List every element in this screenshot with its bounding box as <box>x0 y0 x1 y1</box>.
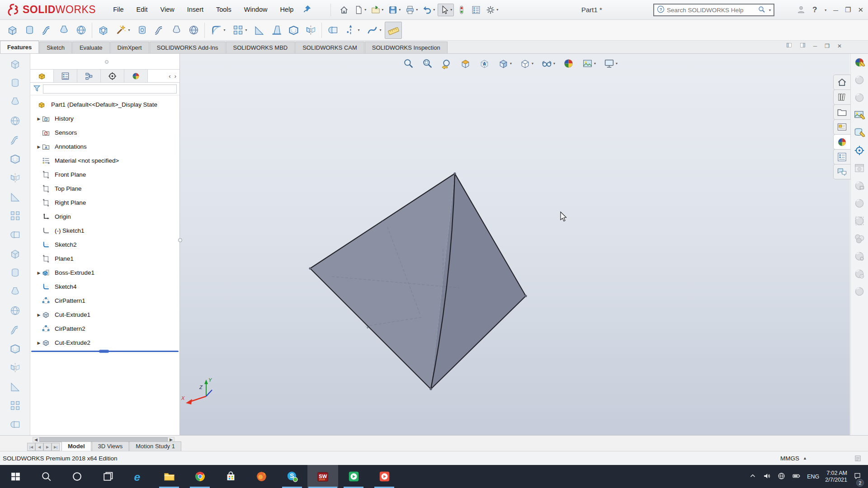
rollback-bar[interactable] <box>31 351 179 352</box>
linear-pattern-dropdown-icon[interactable]: ▾ <box>245 28 247 32</box>
taskbar-task-view-button[interactable] <box>92 465 123 488</box>
taskbar-camtasia-recorder-button[interactable] <box>338 465 369 488</box>
side-tool-6-button[interactable] <box>7 151 23 166</box>
print-button[interactable]: ▾ <box>403 4 420 16</box>
tree-item-sensors[interactable]: Sensors <box>30 126 179 140</box>
new-document-dropdown-icon[interactable]: ▾ <box>364 8 366 12</box>
right-panel-icon-14[interactable] <box>852 284 867 299</box>
right-panel-icon-6[interactable] <box>852 143 867 158</box>
open-dropdown-icon[interactable]: ▾ <box>382 8 383 12</box>
search-dropdown-icon[interactable]: ▾ <box>769 8 771 12</box>
tab-features[interactable]: Features <box>0 41 39 53</box>
panel-splitter-handle[interactable] <box>178 238 182 242</box>
panel-collapse-handle[interactable] <box>105 60 108 64</box>
instant3d-button[interactable] <box>385 22 402 39</box>
tab-prev-icon[interactable]: ◀ <box>35 443 43 451</box>
dimxpertmanager-tab[interactable] <box>101 70 124 82</box>
help-search-box[interactable]: ? ▾ <box>653 4 774 16</box>
doc-minimize-icon[interactable]: ─ <box>813 43 817 49</box>
expand-arrow-icon[interactable]: ▶ <box>36 117 42 121</box>
pin-menu-icon[interactable] <box>302 5 311 15</box>
search-icon[interactable] <box>758 5 766 15</box>
right-panel-icon-12[interactable] <box>852 249 867 263</box>
tree-item-sketch4[interactable]: Sketch4 <box>30 280 179 294</box>
draft-button[interactable] <box>268 22 285 39</box>
lofted-boss-button[interactable] <box>55 22 72 39</box>
swept-boss-button[interactable] <box>38 22 55 39</box>
menu-file[interactable]: File <box>107 0 130 19</box>
side-tool-18-button[interactable] <box>7 379 23 394</box>
rib-button[interactable] <box>250 22 268 39</box>
side-tool-12-button[interactable] <box>7 265 23 280</box>
linear-pattern-button[interactable]: ▾ <box>229 22 250 39</box>
open-button[interactable]: ▾ <box>369 4 385 16</box>
tab-solidworks-add-ins[interactable]: SOLIDWORKS Add-Ins <box>150 42 226 53</box>
expand-arrow-icon[interactable]: ▶ <box>36 341 42 345</box>
view-settings-dropdown-icon[interactable]: ▾ <box>616 61 618 66</box>
pane-left-icon[interactable] <box>786 42 792 49</box>
taskbar-microsoft-store-button[interactable] <box>215 465 246 488</box>
model-canvas[interactable]: Y Z X <box>180 54 850 435</box>
right-panel-icon-9[interactable] <box>852 196 867 211</box>
taskbar-file-explorer-button[interactable] <box>154 465 184 488</box>
side-tool-14-button[interactable] <box>7 303 23 318</box>
fillet-dropdown-icon[interactable]: ▾ <box>223 28 225 32</box>
design-library-tab[interactable] <box>833 89 850 105</box>
side-tool-3-button[interactable] <box>7 94 23 109</box>
status-note-icon[interactable] <box>854 455 861 463</box>
hole-wizard-dropdown-icon[interactable]: ▾ <box>128 28 130 32</box>
tab-dimxpert[interactable]: DimXpert <box>110 42 149 53</box>
fillet-button[interactable]: ▾ <box>207 22 229 39</box>
select-button[interactable]: ▾ <box>438 4 454 16</box>
right-panel-icon-7[interactable] <box>852 161 867 175</box>
shell-button[interactable] <box>285 22 302 39</box>
side-tool-4-button[interactable] <box>7 113 23 128</box>
tree-item-boss-extrude1[interactable]: ▶Boss-Extrude1 <box>30 266 179 280</box>
intersect-button[interactable] <box>324 22 341 39</box>
displaymanager-tab[interactable] <box>124 70 148 82</box>
taskbar-skype-button[interactable]: S <box>277 465 307 488</box>
manager-tabs-right-icon[interactable]: › <box>173 73 178 80</box>
extruded-boss-button[interactable] <box>4 22 21 39</box>
side-tool-20-button[interactable] <box>7 417 23 432</box>
tree-item-cut-extrude2[interactable]: ▶Cut-Extrude2 <box>30 336 179 350</box>
tree-item--sketch1[interactable]: (-) Sketch1 <box>30 224 179 238</box>
file-explorer-pane-tab[interactable] <box>833 104 850 120</box>
taskbar-firefox-button[interactable] <box>246 465 277 488</box>
solidworks-forum-tab[interactable] <box>833 164 850 179</box>
tree-item-history[interactable]: ▶History <box>30 112 179 126</box>
taskbar-edge-button[interactable]: e <box>123 465 154 488</box>
menu-insert[interactable]: Insert <box>181 0 210 19</box>
pane-right-icon[interactable] <box>800 42 806 49</box>
display-options-button[interactable] <box>469 4 483 16</box>
appearances-scenes-tab[interactable] <box>833 134 850 150</box>
zoom-to-area-button[interactable] <box>420 56 435 71</box>
apply-scene-dropdown-icon[interactable]: ▾ <box>594 61 596 66</box>
tree-item-top-plane[interactable]: Top Plane <box>30 182 179 196</box>
revolved-boss-button[interactable] <box>21 22 38 39</box>
solidworks-resources-tab[interactable] <box>833 75 850 90</box>
view-settings-button[interactable]: ▾ <box>601 56 620 71</box>
taskbar-solidworks-button[interactable]: SW2018 <box>307 465 338 488</box>
doctab-motion-study-1[interactable]: Motion Study 1 <box>129 441 181 451</box>
revolved-cut-button[interactable] <box>133 22 151 39</box>
tree-item-plane1[interactable]: Plane1 <box>30 252 179 266</box>
side-tool-17-button[interactable] <box>7 360 23 375</box>
right-panel-icon-13[interactable] <box>852 267 867 281</box>
side-tool-16-button[interactable] <box>7 341 23 356</box>
tree-filter-input[interactable] <box>43 84 177 94</box>
hide-show-items-button[interactable]: ▾ <box>539 56 557 71</box>
doc-close-icon[interactable]: ✕ <box>837 43 842 49</box>
side-tool-15-button[interactable] <box>7 322 23 337</box>
right-panel-icon-2[interactable] <box>852 73 867 87</box>
settings-button[interactable]: ▾ <box>484 4 500 16</box>
menu-help[interactable]: Help <box>274 0 300 19</box>
tree-item-material-not-specified-[interactable]: Material <not specified> <box>30 154 179 168</box>
right-panel-icon-5[interactable] <box>852 126 867 140</box>
side-tool-11-button[interactable] <box>7 246 23 261</box>
doctab-3d-views[interactable]: 3D Views <box>92 441 129 451</box>
boundary-boss-button[interactable] <box>72 22 90 39</box>
view-orientation-dropdown-icon[interactable]: ▾ <box>510 61 512 66</box>
swept-cut-button[interactable] <box>151 22 168 39</box>
help-search-input[interactable] <box>667 7 755 14</box>
